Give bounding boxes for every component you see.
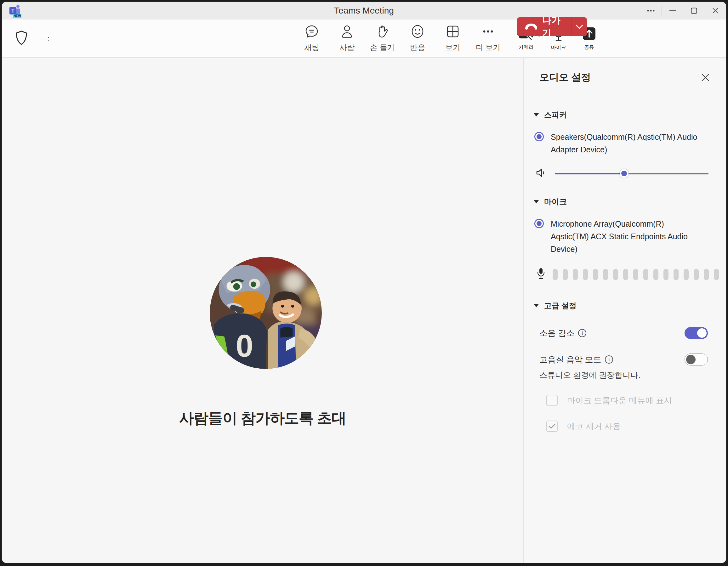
mic-section-header[interactable]: 마이크 [524,197,726,207]
noise-suppression-label: 소음 감소 [539,328,574,339]
music-mode-subtitle: 스튜디오 환경에 권장합니다. [524,370,726,380]
chat-button[interactable]: 채팅 [294,24,329,53]
advanced-caret-icon [534,304,539,307]
volume-slider-fill [555,173,624,174]
mic-level-icon [537,268,545,281]
volume-slider[interactable] [555,169,708,178]
music-mode-info-icon[interactable]: i [605,355,613,364]
close-button[interactable] [705,2,726,20]
advanced-section-header[interactable]: 고급 설정 [524,301,726,311]
panel-title: 오디오 설정 [539,71,591,84]
leave-label: 나가기 [542,17,563,36]
speaker-radio[interactable] [534,132,544,141]
speaker-section-header[interactable]: 스피커 [524,110,726,120]
mic-section-label: 마이크 [544,197,567,207]
meeting-toolbar: --:-- 채팅 사람 손 들기 [2,20,726,58]
echo-cancel-checkbox [546,421,558,432]
raise-hand-button[interactable]: 손 들기 [365,24,400,53]
view-button[interactable]: 보기 [435,24,470,53]
reactions-label: 반응 [410,42,425,53]
noise-suppression-toggle[interactable] [685,327,708,339]
people-icon [340,24,354,40]
mic-dropdown-checkbox [546,395,558,406]
maximize-button[interactable] [683,2,705,20]
security-shield-icon[interactable] [15,31,28,46]
camera-label: 카메라 [519,44,534,51]
more-button[interactable]: 더 보기 [470,24,506,53]
meeting-stage: 0 사람들이 참가하도록 초대 [2,58,523,563]
window-controls [640,2,726,20]
music-mode-label: 고음질 음악 모드 [539,354,601,365]
echo-cancel-checkbox-label: 에코 제거 사용 [567,421,621,432]
hangup-icon [525,22,538,31]
teams-meeting-window: T NEW Teams Meeting [2,2,726,563]
audio-settings-panel: 오디오 설정 스피커 Speakers(Qualcomm(R) Aqstic(T… [523,58,726,563]
mic-caret-icon [534,200,539,203]
reactions-icon [410,24,425,40]
reactions-button[interactable]: 반응 [400,24,435,53]
toolbar-separator [511,28,511,50]
avatar: 0 [210,257,322,369]
more-label: 더 보기 [476,42,501,53]
meeting-timer: --:-- [42,34,56,43]
leave-button[interactable]: 나가기 [517,17,571,36]
view-label: 보기 [445,42,460,53]
speaker-device-name: Speakers(Qualcomm(R) Aqstic(TM) Audio Ad… [551,131,702,156]
more-icon [481,24,495,40]
minimize-button[interactable] [662,2,683,20]
titlebar-more-icon[interactable] [640,2,662,20]
chat-label: 채팅 [304,42,319,53]
mic-radio[interactable] [534,219,544,228]
speaker-caret-icon [534,113,539,116]
speaker-section-label: 스피커 [544,110,567,120]
mic-label: 마이크 [551,44,566,51]
panel-close-icon[interactable] [698,71,712,84]
noise-suppression-info-icon[interactable]: i [578,329,586,337]
chat-icon [304,24,319,40]
mic-device-name: Microphone Array(Qualcomm(R) Aqstic(TM) … [551,218,702,255]
svg-text:0: 0 [236,328,253,363]
mic-dropdown-checkbox-label: 마이크 드롭다운 메뉴에 표시 [567,395,672,406]
leave-chevron-icon[interactable] [571,17,587,36]
people-label: 사람 [339,42,355,53]
share-label: 공유 [584,44,594,51]
speaker-volume-icon [536,168,546,179]
panel-separator [524,96,726,96]
window-title: Teams Meeting [2,6,726,16]
mic-level-meter [553,269,719,280]
advanced-section-label: 고급 설정 [544,301,577,311]
music-mode-toggle[interactable] [685,354,708,365]
titlebar: T NEW Teams Meeting [2,2,726,20]
raise-hand-label: 손 들기 [370,42,395,53]
people-button[interactable]: 사람 [329,24,365,53]
volume-slider-thumb[interactable] [620,169,628,178]
view-icon [446,24,460,40]
invite-text: 사람들이 참가하도록 초대 [2,408,523,428]
raise-hand-icon [375,24,390,40]
